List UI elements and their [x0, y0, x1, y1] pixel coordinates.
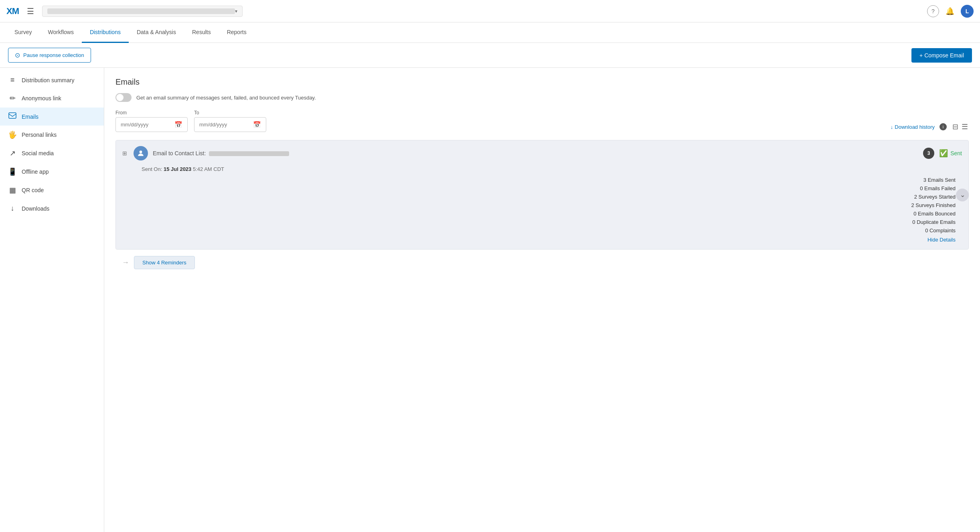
sidebar-item-downloads[interactable]: ↓ Downloads: [0, 199, 104, 217]
stat-row-duplicate-emails: 0 Duplicate Emails: [142, 219, 956, 225]
to-date-input-wrapper[interactable]: 📅: [194, 117, 266, 132]
stat-label-emails-failed: Emails Failed: [924, 185, 956, 191]
tab-distributions[interactable]: Distributions: [82, 22, 129, 43]
sidebar-item-label: Emails: [22, 114, 38, 120]
compose-btn-label: + Compose Email: [919, 52, 964, 59]
email-icon: [8, 112, 17, 121]
survey-title-bar[interactable]: blurred ▾: [42, 6, 243, 17]
from-label: From: [115, 110, 188, 116]
to-date-field: To 📅: [194, 110, 266, 132]
sidebar-item-offline-app[interactable]: 📱 Offline app: [0, 162, 104, 181]
sidebar-item-label: Distribution summary: [22, 77, 74, 83]
sidebar-item-qr-code[interactable]: ▦ QR code: [0, 181, 104, 199]
edit-icon: ✏: [8, 94, 17, 103]
to-date-input[interactable]: [199, 122, 250, 128]
hamburger-icon[interactable]: ☰: [27, 6, 34, 16]
contact-count-badge: 3: [923, 148, 934, 159]
nav-tabs: Survey Workflows Distributions Data & An…: [0, 22, 980, 43]
email-summary-toggle-row: Get an email summary of messages sent, f…: [115, 93, 969, 102]
stat-row-emails-sent: 3 Emails Sent: [142, 177, 956, 183]
stat-row-complaints: 0 Complaints: [142, 227, 956, 234]
download-history-label: Download history: [895, 124, 935, 130]
contact-avatar: [134, 146, 148, 160]
download-icon: ↓: [8, 204, 17, 213]
date-row-right: ↓ Download history i ⊟ ☰: [891, 122, 969, 132]
from-date-input-wrapper[interactable]: 📅: [115, 117, 188, 132]
tab-reports[interactable]: Reports: [219, 22, 255, 43]
tab-results[interactable]: Results: [184, 22, 219, 43]
to-label: To: [194, 110, 266, 116]
from-calendar-icon[interactable]: 📅: [174, 121, 182, 128]
email-card-header: ⊞ Email to Contact List: 3 ✅ S: [116, 140, 968, 166]
email-stats: 3 Emails Sent 0 Emails Failed 2 Surveys …: [142, 177, 962, 234]
share-icon: ↗: [8, 149, 17, 158]
sidebar-item-label: Anonymous link: [22, 95, 61, 102]
topbar: XM ☰ blurred ▾ ? 🔔 L: [0, 0, 980, 22]
status-badge: Sent: [950, 150, 962, 156]
email-card-body: Sent On: 15 Jul 2023 5:42 AM CDT 3 Email…: [116, 166, 968, 249]
stat-value-surveys-started: 2: [914, 194, 919, 200]
show-reminders-button[interactable]: Show 4 Reminders: [134, 256, 195, 269]
sidebar-item-personal-links[interactable]: 🖐 Personal links: [0, 126, 104, 144]
date-row: From 📅 To 📅 ↓ Download history i: [115, 110, 969, 132]
sidebar-item-distribution-summary[interactable]: ≡ Distribution summary: [0, 71, 104, 89]
stat-label-surveys-finished: Surveys Finished: [915, 202, 956, 208]
list-view-icon[interactable]: ☰: [961, 122, 969, 132]
sidebar-item-social-media[interactable]: ↗ Social media: [0, 144, 104, 162]
sidebar-item-label: Offline app: [22, 169, 49, 175]
download-arrow-icon: ↓: [891, 124, 893, 130]
tab-survey[interactable]: Survey: [6, 22, 40, 43]
avatar[interactable]: L: [961, 5, 974, 18]
stat-value-duplicate-emails: 0: [912, 219, 917, 225]
stat-label-duplicate-emails: Duplicate Emails: [917, 219, 956, 225]
stat-row-emails-bounced: 0 Emails Bounced: [142, 211, 956, 217]
to-calendar-icon[interactable]: 📅: [253, 121, 261, 128]
pause-response-button[interactable]: ⊙ Pause response collection: [8, 48, 91, 63]
sent-time: 5:42 AM CDT: [193, 166, 224, 172]
svg-point-1: [140, 150, 142, 153]
pause-btn-label: Pause response collection: [23, 52, 84, 58]
email-card-wrapper: ⊞ Email to Contact List: 3 ✅ S: [115, 140, 969, 250]
reminder-row: → Show 4 Reminders: [115, 256, 969, 269]
toggle-label: Get an email summary of messages sent, f…: [136, 95, 316, 101]
qr-icon: ▦: [8, 186, 17, 195]
bell-icon[interactable]: 🔔: [946, 7, 954, 16]
sidebar-item-label: QR code: [22, 187, 44, 193]
stat-row-surveys-started: 2 Surveys Started: [142, 194, 956, 200]
dropdown-arrow-icon[interactable]: ▾: [235, 8, 237, 14]
tab-workflows[interactable]: Workflows: [40, 22, 82, 43]
sidebar: ≡ Distribution summary ✏ Anonymous link …: [0, 68, 104, 532]
email-prefix: Email to Contact List:: [153, 150, 206, 156]
from-date-input[interactable]: [121, 122, 171, 128]
topbar-right: ? 🔔 L: [927, 5, 974, 18]
stat-value-surveys-finished: 2: [911, 202, 915, 208]
hide-details-link[interactable]: Hide Details: [142, 237, 962, 243]
stat-label-emails-bounced: Emails Bounced: [918, 211, 956, 217]
survey-title-text: blurred: [47, 8, 235, 14]
help-icon[interactable]: ?: [927, 5, 939, 17]
scroll-down-button[interactable]: ⌄: [956, 189, 969, 201]
expand-icon[interactable]: ⊞: [122, 150, 129, 156]
sent-check-icon: ✅: [939, 149, 948, 158]
from-date-field: From 📅: [115, 110, 188, 132]
stat-label-emails-sent: Emails Sent: [928, 177, 956, 183]
download-history-link[interactable]: ↓ Download history: [891, 124, 935, 130]
contact-list-name: [209, 151, 289, 156]
xm-logo[interactable]: XM: [6, 6, 19, 16]
sidebar-item-emails[interactable]: Emails: [0, 108, 104, 126]
info-icon[interactable]: i: [940, 123, 947, 130]
compose-email-button[interactable]: + Compose Email: [911, 48, 972, 63]
stat-value-emails-sent: 3: [923, 177, 928, 183]
sidebar-item-anonymous-link[interactable]: ✏ Anonymous link: [0, 89, 104, 108]
tab-data-analysis[interactable]: Data & Analysis: [129, 22, 184, 43]
pause-icon: ⊙: [15, 51, 20, 59]
sent-on-label: Sent On:: [142, 166, 162, 172]
fingerprint-icon: 🖐: [8, 130, 17, 139]
email-card: ⊞ Email to Contact List: 3 ✅ S: [115, 140, 969, 250]
sent-date: 15 Jul 2023: [164, 166, 191, 172]
stat-value-emails-failed: 0: [920, 185, 924, 191]
sent-on-text: Sent On: 15 Jul 2023 5:42 AM CDT: [142, 166, 962, 172]
email-summary-toggle[interactable]: [115, 93, 132, 102]
compact-view-icon[interactable]: ⊟: [952, 122, 959, 132]
section-title: Emails: [115, 77, 969, 87]
